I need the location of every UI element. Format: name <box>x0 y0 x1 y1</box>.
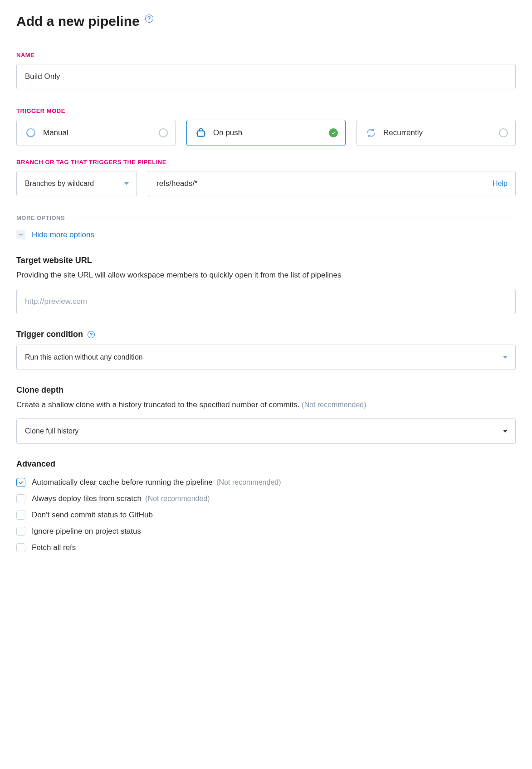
trigger-manual-label: Manual <box>43 128 68 137</box>
branch-type-select[interactable]: Branches by wildcard <box>16 171 137 196</box>
trigger-mode-label: TRIGGER MODE <box>16 107 516 114</box>
target-url-input[interactable] <box>16 289 516 314</box>
hide-more-options-label: Hide more options <box>32 230 94 239</box>
advanced-option-label: Fetch all refs <box>32 543 76 552</box>
branch-pattern-input[interactable] <box>148 171 516 196</box>
branch-type-value: Branches by wildcard <box>25 180 94 188</box>
checkbox-icon <box>16 543 25 552</box>
radio-checked-icon <box>329 128 338 137</box>
divider <box>74 218 516 218</box>
checkbox-icon <box>16 494 25 503</box>
manual-icon <box>25 127 37 139</box>
branch-label: BRANCH OR TAG THAT TRIGGERS THE PIPELINE <box>16 159 516 165</box>
target-url-heading: Target website URL <box>16 256 516 265</box>
advanced-option-2[interactable]: Don't send commit status to GitHub <box>16 511 516 520</box>
advanced-option-label: Ignore pipeline on project status <box>32 527 141 536</box>
radio-unchecked-icon <box>159 128 168 137</box>
target-url-desc: Providing the site URL will allow worksp… <box>16 271 516 280</box>
trigger-condition-value: Run this action without any condition <box>25 353 143 361</box>
radio-unchecked-icon <box>499 128 508 137</box>
trigger-condition-heading: Trigger condition ? <box>16 330 516 339</box>
minus-icon: – <box>16 230 25 239</box>
onpush-icon <box>195 127 207 139</box>
name-label: NAME <box>16 52 516 58</box>
advanced-option-note: (Not recommended) <box>143 495 210 502</box>
svg-point-2 <box>200 128 202 129</box>
checkbox-icon <box>16 478 25 487</box>
trigger-recurrently-label: Recurrently <box>383 128 423 137</box>
svg-rect-1 <box>197 131 204 136</box>
clone-depth-value: Clone full history <box>25 427 78 435</box>
clone-depth-select[interactable]: Clone full history <box>16 419 516 444</box>
chevron-down-icon <box>503 353 508 361</box>
advanced-heading: Advanced <box>16 459 516 469</box>
page-title: Add a new pipeline <box>16 14 140 29</box>
recurrently-icon <box>365 127 377 139</box>
advanced-option-4[interactable]: Fetch all refs <box>16 543 516 552</box>
trigger-condition-select[interactable]: Run this action without any condition <box>16 345 516 370</box>
clone-depth-heading: Clone depth <box>16 385 516 395</box>
advanced-option-3[interactable]: Ignore pipeline on project status <box>16 527 516 536</box>
chevron-down-icon <box>503 427 508 435</box>
trigger-option-recurrently[interactable]: Recurrently <box>356 120 516 146</box>
trigger-option-onpush[interactable]: On push <box>186 120 346 146</box>
chevron-down-icon <box>124 180 129 188</box>
advanced-option-note: (Not recommended) <box>215 478 281 486</box>
trigger-onpush-label: On push <box>213 128 242 137</box>
advanced-option-label: Always deploy files from scratch (Not re… <box>32 494 210 503</box>
advanced-option-1[interactable]: Always deploy files from scratch (Not re… <box>16 494 516 503</box>
advanced-option-label: Automatically clear cache before running… <box>32 478 281 487</box>
checkbox-icon <box>16 511 25 520</box>
help-icon[interactable]: ? <box>88 331 95 338</box>
help-icon[interactable]: ? <box>145 15 153 23</box>
more-options-label: MORE OPTIONS <box>16 214 65 221</box>
checkbox-icon <box>16 527 25 536</box>
clone-depth-desc: Create a shallow clone with a history tr… <box>16 400 516 409</box>
name-input[interactable] <box>16 64 516 89</box>
advanced-option-0[interactable]: Automatically clear cache before running… <box>16 478 516 487</box>
advanced-option-label: Don't send commit status to GitHub <box>32 511 153 520</box>
trigger-option-manual[interactable]: Manual <box>16 120 176 146</box>
hide-more-options-toggle[interactable]: – Hide more options <box>16 230 516 239</box>
branch-help-link[interactable]: Help <box>493 180 508 188</box>
